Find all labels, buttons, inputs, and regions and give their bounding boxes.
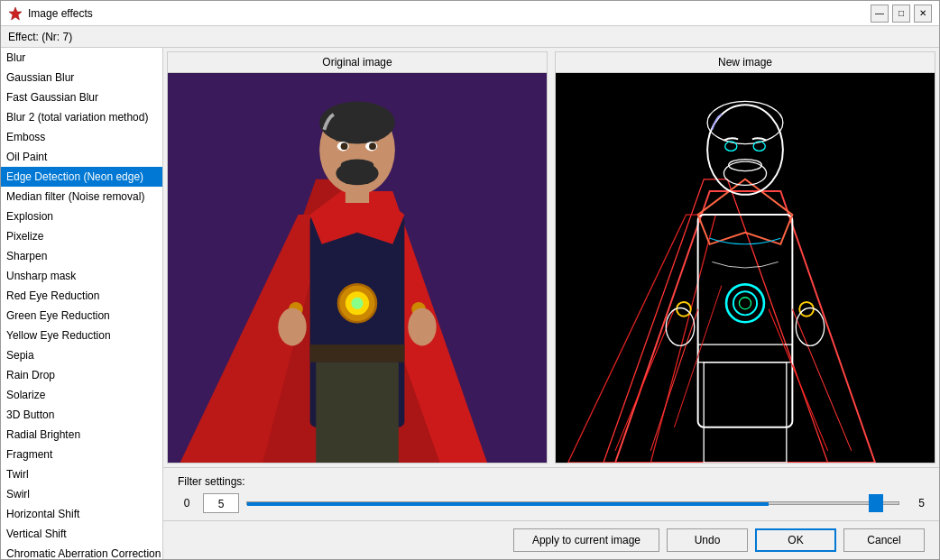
title-bar: Image effects — □ ✕ [1, 1, 939, 26]
svg-point-11 [341, 160, 374, 171]
sidebar-item-4[interactable]: Emboss [1, 127, 162, 147]
original-image-panel: Original image [167, 51, 548, 464]
sidebar-item-21[interactable]: Twirl [1, 464, 162, 484]
sidebar-item-16[interactable]: Rain Drop [1, 365, 162, 385]
sidebar-item-8[interactable]: Explosion [1, 207, 162, 226]
sidebar-item-20[interactable]: Fragment [1, 445, 162, 464]
close-button[interactable]: ✕ [914, 5, 932, 23]
window-title: Image effects [28, 7, 871, 20]
new-image [556, 73, 935, 463]
bottom-buttons: Apply to current image Undo OK Cancel [163, 520, 939, 559]
sidebar-item-6[interactable]: Edge Detection (Neon edge) [1, 167, 162, 187]
new-image-label: New image [556, 52, 935, 73]
minimize-button[interactable]: — [871, 5, 889, 23]
svg-point-9 [319, 101, 395, 143]
svg-point-15 [369, 142, 376, 150]
slider-row: 0 5 5 [178, 493, 925, 513]
svg-marker-0 [9, 7, 22, 20]
slider-min-value: 0 [178, 497, 196, 510]
sidebar-item-23[interactable]: Horizontal Shift [1, 504, 162, 524]
slider-fill [247, 502, 769, 506]
sidebar-item-15[interactable]: Sepia [1, 345, 162, 365]
original-image-label: Original image [168, 52, 547, 73]
sidebar-item-7[interactable]: Median filter (Noise removal) [1, 187, 162, 207]
slider-thumb[interactable] [869, 494, 883, 512]
images-row: Original image [163, 48, 939, 467]
sidebar-item-14[interactable]: Yellow Eye Reduction [1, 326, 162, 345]
sidebar-item-25[interactable]: Chromatic Aberration Correction [1, 544, 162, 559]
sidebar-item-2[interactable]: Fast Gaussian Blur [1, 87, 162, 107]
effects-list[interactable]: BlurGaussian BlurFast Gaussian BlurBlur … [1, 48, 163, 559]
svg-point-18 [351, 298, 363, 309]
sidebar-item-19[interactable]: Radial Brighten [1, 425, 162, 445]
sidebar-item-10[interactable]: Sharpen [1, 246, 162, 266]
sidebar-item-9[interactable]: Pixelize [1, 226, 162, 246]
effect-bar: Effect: (Nr: 7) [1, 26, 939, 48]
slider-value-input[interactable]: 5 [203, 493, 239, 513]
effect-label: Effect: [8, 31, 39, 43]
window-controls: — □ ✕ [871, 5, 932, 23]
sidebar-item-1[interactable]: Gaussian Blur [1, 68, 162, 87]
slider-max-value: 5 [907, 497, 925, 510]
sidebar-item-24[interactable]: Vertical Shift [1, 524, 162, 544]
right-panel: Original image [163, 48, 939, 559]
sidebar-item-12[interactable]: Red Eye Reduction [1, 286, 162, 306]
filter-settings: Filter settings: 0 5 5 [163, 467, 939, 520]
app-icon [8, 6, 23, 21]
main-window: Image effects — □ ✕ Effect: (Nr: 7) Blur… [0, 0, 940, 560]
maximize-button[interactable]: □ [892, 5, 910, 23]
sidebar-item-22[interactable]: Swirl [1, 484, 162, 504]
original-image-container [168, 73, 547, 463]
svg-rect-20 [316, 363, 399, 463]
new-image-container [556, 73, 935, 463]
slider-track [246, 501, 899, 505]
new-image-panel: New image [555, 51, 935, 464]
filter-settings-label: Filter settings: [178, 475, 925, 488]
sidebar-item-11[interactable]: Unsharp mask [1, 266, 162, 286]
sidebar-item-5[interactable]: Oil Paint [1, 147, 162, 167]
sidebar-item-0[interactable]: Blur [1, 48, 162, 68]
apply-button[interactable]: Apply to current image [513, 528, 659, 552]
undo-button[interactable]: Undo [667, 528, 748, 552]
sidebar-item-17[interactable]: Solarize [1, 385, 162, 405]
main-content: BlurGaussian BlurFast Gaussian BlurBlur … [1, 48, 939, 559]
svg-rect-19 [310, 344, 405, 363]
slider-container[interactable] [246, 494, 899, 512]
sidebar-item-18[interactable]: 3D Button [1, 405, 162, 425]
original-image [168, 73, 547, 463]
svg-point-24 [408, 308, 436, 346]
cancel-button[interactable]: Cancel [843, 528, 925, 552]
effect-value: (Nr: 7) [41, 31, 72, 43]
sidebar-item-13[interactable]: Green Eye Reduction [1, 306, 162, 326]
svg-point-23 [278, 308, 306, 346]
sidebar-item-3[interactable]: Blur 2 (total variation method) [1, 107, 162, 127]
ok-button[interactable]: OK [755, 528, 836, 552]
svg-point-14 [341, 142, 348, 150]
